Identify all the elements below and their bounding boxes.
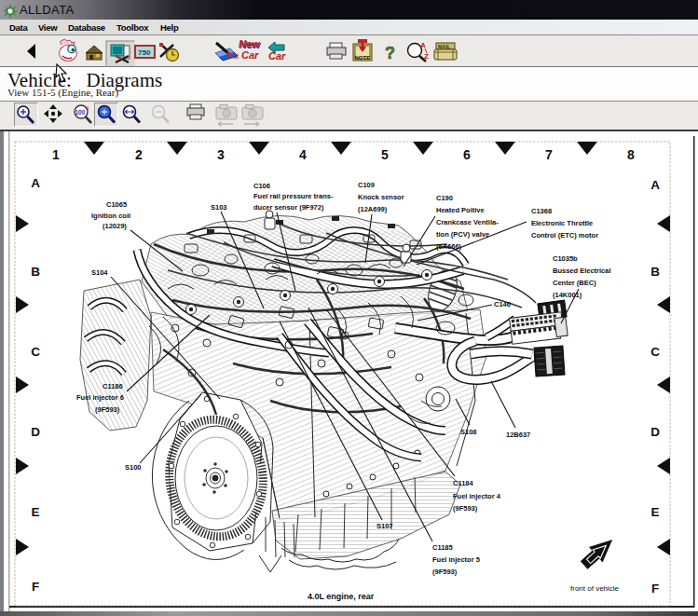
svg-text:A: A	[420, 41, 426, 49]
svg-text:S108: S108	[460, 428, 477, 436]
svg-text:Crankcase Ventila-: Crankcase Ventila-	[436, 218, 499, 226]
svg-text:C1184: C1184	[453, 479, 474, 487]
svg-text:(6A666): (6A666)	[436, 242, 462, 251]
svg-text:C: C	[650, 345, 660, 359]
svg-text:B: B	[650, 265, 660, 279]
svg-text:750: 750	[138, 48, 151, 57]
svg-text:E: E	[31, 505, 39, 519]
svg-text:F: F	[651, 582, 659, 595]
svg-text:12B637: 12B637	[506, 431, 530, 439]
svg-text:Bussed Electrical: Bussed Electrical	[553, 267, 611, 275]
svg-text:MAIL: MAIL	[438, 44, 451, 49]
svg-text:F: F	[32, 580, 39, 594]
svg-text:S103: S103	[211, 203, 227, 212]
svg-text:6: 6	[463, 147, 471, 162]
svg-text:(12A699): (12A699)	[358, 205, 388, 213]
svg-text:C109: C109	[358, 181, 375, 189]
svg-text:C106: C106	[253, 182, 270, 190]
svg-text:1: 1	[52, 147, 60, 162]
svg-text:3: 3	[217, 147, 225, 162]
svg-text:C146: C146	[494, 300, 511, 308]
svg-text:(9F593): (9F593)	[453, 504, 478, 513]
svg-text:8: 8	[627, 147, 635, 162]
svg-text:S100: S100	[125, 463, 142, 472]
svg-text:Fuel injector 4: Fuel injector 4	[453, 492, 501, 500]
svg-text:Fuel injector 6: Fuel injector 6	[76, 393, 124, 402]
svg-text:Fuel injector 5: Fuel injector 5	[432, 555, 480, 564]
svg-text:ducer sensor (9F972): ducer sensor (9F972)	[253, 203, 324, 212]
svg-text:Knock sensor: Knock sensor	[358, 193, 404, 201]
svg-text:S107: S107	[376, 522, 393, 530]
svg-text:(14K001): (14K001)	[553, 291, 582, 299]
svg-text:C1186: C1186	[103, 382, 123, 390]
svg-text:Electronic Throttle: Electronic Throttle	[531, 219, 593, 227]
svg-text:Center (BEC): Center (BEC)	[553, 279, 596, 287]
svg-text:B: B	[31, 265, 40, 279]
svg-text:4.0L engine, rear: 4.0L engine, rear	[308, 592, 375, 601]
svg-text:(9F593): (9F593)	[432, 568, 458, 576]
svg-text:Ignition coil: Ignition coil	[91, 212, 130, 220]
svg-text:C190: C190	[436, 194, 453, 202]
svg-text:D: D	[31, 425, 40, 439]
svg-text:C1368: C1368	[531, 207, 552, 215]
svg-text:C1185: C1185	[432, 543, 453, 552]
svg-text:Car: Car	[241, 49, 259, 61]
svg-text:7: 7	[545, 147, 553, 162]
svg-text:Car: Car	[268, 50, 286, 62]
svg-text:%: %	[85, 105, 89, 111]
svg-text:A: A	[31, 176, 40, 190]
svg-text:front of vehicle: front of vehicle	[570, 584, 620, 593]
svg-text:4: 4	[299, 147, 307, 162]
svg-text:D: D	[650, 425, 660, 439]
svg-text:E: E	[650, 505, 659, 519]
svg-text:C: C	[31, 345, 40, 359]
svg-text:New: New	[239, 38, 261, 49]
svg-text:C1035b: C1035b	[553, 254, 578, 263]
svg-text:tion (PCV) valve: tion (PCV) valve	[436, 230, 489, 239]
svg-text:Fuel rail pressure trans-: Fuel rail pressure trans-	[253, 192, 334, 200]
svg-text:C1065: C1065	[106, 200, 127, 209]
svg-text:NOTE: NOTE	[355, 55, 371, 61]
svg-text:S104: S104	[91, 268, 108, 277]
svg-text:Z: Z	[424, 52, 429, 61]
svg-text:Control (ETC) motor: Control (ETC) motor	[531, 231, 598, 240]
svg-text:(9F593): (9F593)	[95, 405, 120, 414]
svg-text:?: ?	[385, 44, 395, 62]
svg-text:A: A	[650, 178, 660, 192]
svg-text:Heated Poitive: Heated Poitive	[436, 206, 485, 214]
svg-text:2: 2	[135, 147, 143, 162]
svg-text:(12029): (12029)	[103, 222, 127, 230]
svg-text:5: 5	[381, 147, 389, 162]
